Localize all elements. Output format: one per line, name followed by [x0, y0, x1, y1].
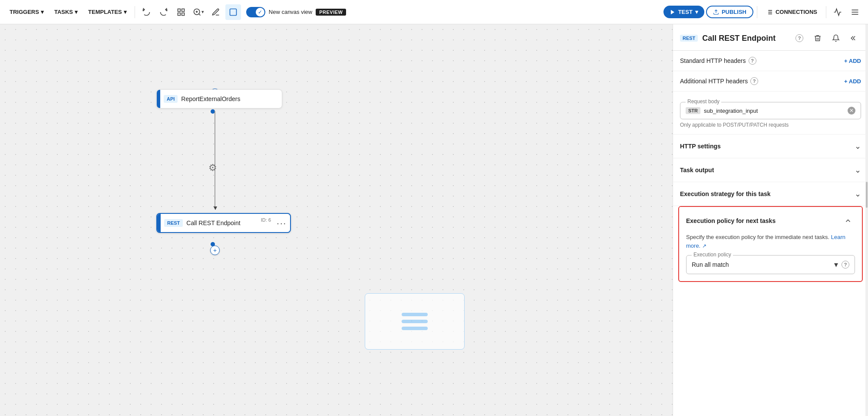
publish-button[interactable]: PUBLISH	[706, 6, 753, 18]
panel-rest-badge: REST	[680, 35, 698, 42]
standard-http-section: Standard HTTP headers ? + ADD	[673, 51, 868, 71]
tasks-label: TASKS	[54, 9, 73, 15]
toggle-switch[interactable]: ✓	[246, 7, 265, 17]
toggle-check-icon: ✓	[258, 9, 262, 15]
remove-body-button[interactable]: ✕	[848, 107, 855, 115]
rest-node-menu[interactable]: ···	[277, 218, 287, 228]
request-body-section: Request body STR sub_integration_input ✕…	[673, 92, 868, 134]
canvas-label: New canvas view	[269, 9, 312, 15]
exec-policy-dropdown[interactable]: Execution policy Run all match ▾ ?	[686, 255, 855, 274]
triggers-label: TRIGGERS	[10, 9, 39, 15]
mini-node	[365, 293, 465, 350]
connections-label: CONNECTIONS	[776, 9, 817, 15]
api-node-name: ReportExternalOrders	[181, 95, 282, 102]
bell-button[interactable]	[829, 31, 843, 45]
dropdown-arrow-icon[interactable]: ▾	[834, 260, 838, 269]
http-settings-label: HTTP settings	[680, 143, 721, 150]
exec-policy-dropdown-label: Execution policy	[692, 252, 733, 258]
nav-divider-1	[135, 6, 135, 18]
svg-rect-2	[178, 13, 180, 15]
nav-divider-2	[757, 6, 757, 18]
svg-rect-1	[182, 9, 184, 11]
exec-strategy-row[interactable]: Execution strategy for this task ⌄	[673, 182, 868, 206]
collapse-panel-button[interactable]	[847, 31, 861, 45]
dropdown-icons: ▾ ?	[834, 260, 849, 269]
scroll-thumb[interactable]	[866, 182, 868, 208]
str-badge: STR	[686, 107, 700, 114]
api-badge: API	[164, 95, 178, 103]
standard-http-row: Standard HTTP headers ? + ADD	[680, 57, 861, 65]
body-note: Only applicable to POST/PUT/PATCH reques…	[680, 122, 861, 128]
help-icon[interactable]: ?	[795, 34, 803, 42]
rest-node[interactable]: REST Call REST Endpoint ID: 6 ···	[156, 213, 291, 233]
connections-button[interactable]: CONNECTIONS	[761, 6, 822, 19]
task-output-row[interactable]: Task output ⌄	[673, 158, 868, 182]
additional-http-label: Additional HTTP headers ?	[680, 77, 758, 85]
menu-button[interactable]	[847, 4, 863, 20]
right-panel: REST Call REST Endpoint ? Standard HTTP …	[673, 24, 868, 416]
analytics-button[interactable]	[830, 4, 845, 20]
layout-button[interactable]	[173, 4, 189, 20]
svg-rect-8	[230, 9, 236, 15]
exec-policy-next-label: Execution policy for next tasks	[686, 217, 776, 224]
additional-http-section: Additional HTTP headers ? + ADD	[673, 71, 868, 92]
rest-node-name: Call REST Endpoint	[186, 219, 290, 226]
rest-node-bar	[157, 214, 161, 232]
test-label: TEST	[678, 9, 693, 15]
standard-http-help-icon[interactable]: ?	[749, 57, 756, 65]
zoom-button[interactable]: ▾	[191, 4, 206, 20]
external-link-icon: ↗	[702, 243, 706, 249]
request-body-content: STR sub_integration_input ✕	[686, 107, 855, 115]
tasks-menu[interactable]: TASKS ▾	[50, 6, 82, 18]
arrow-down-icon: ▼	[212, 204, 218, 211]
svg-line-5	[199, 13, 201, 15]
toggle-knob: ✓	[256, 8, 264, 16]
undo-button[interactable]	[139, 4, 154, 20]
templates-chevron-icon: ▾	[124, 9, 127, 15]
rest-badge: REST	[164, 219, 183, 227]
api-node[interactable]: API ReportExternalOrders	[156, 89, 282, 108]
triggers-menu[interactable]: TRIGGERS ▾	[5, 6, 48, 18]
exec-policy-value: Run all match	[692, 261, 729, 268]
svg-marker-9	[671, 10, 674, 14]
exec-policy-section: Execution policy for next tasks Specify …	[678, 206, 863, 282]
task-output-chevron-icon: ⌄	[855, 165, 861, 175]
standard-http-label: Standard HTTP headers ?	[680, 57, 756, 65]
exec-policy-collapse-button[interactable]	[841, 214, 855, 228]
panel-title: Call REST Endpoint	[702, 34, 788, 43]
preview-badge: PREVIEW	[316, 9, 346, 16]
canvas-area[interactable]: + API ReportExternalOrders ⚙ ▼ REST Call…	[0, 24, 673, 416]
test-button[interactable]: TEST ▾	[663, 6, 704, 18]
request-body-label: Request body	[686, 98, 721, 105]
http-settings-chevron-icon: ⌄	[855, 141, 861, 151]
additional-http-help-icon[interactable]: ?	[750, 77, 758, 85]
templates-menu[interactable]: TEMPLATES ▾	[84, 6, 131, 18]
delete-button[interactable]	[811, 31, 825, 45]
panel-header: REST Call REST Endpoint ?	[673, 24, 868, 51]
exec-strategy-chevron-icon: ⌄	[855, 189, 861, 199]
templates-label: TEMPLATES	[88, 9, 122, 15]
exec-strategy-label: Execution strategy for this task	[680, 190, 771, 197]
standard-http-add-button[interactable]: + ADD	[844, 58, 861, 64]
top-navigation: TRIGGERS ▾ TASKS ▾ TEMPLATES ▾ ▾ ✓ New c…	[0, 0, 868, 24]
request-body-box: Request body STR sub_integration_input ✕	[680, 102, 861, 119]
exec-policy-dropdown-content: Run all match ▾ ?	[692, 260, 849, 269]
rest-node-id: ID: 6	[261, 217, 271, 223]
svg-rect-3	[182, 13, 184, 15]
api-node-bar	[157, 90, 160, 108]
gear-icon[interactable]: ⚙	[208, 162, 221, 174]
canvas-toggle[interactable]: ✓ New canvas view PREVIEW	[246, 7, 347, 17]
main-layout: + API ReportExternalOrders ⚙ ▼ REST Call…	[0, 24, 868, 416]
nav-divider-3	[826, 6, 826, 18]
additional-http-row: Additional HTTP headers ? + ADD	[680, 77, 861, 85]
exec-policy-body: Specify the execution policy for the imm…	[679, 233, 862, 281]
http-settings-row[interactable]: HTTP settings ⌄	[673, 134, 868, 158]
redo-button[interactable]	[156, 4, 172, 20]
edit-button[interactable]	[208, 4, 224, 20]
exec-policy-help-icon[interactable]: ?	[842, 261, 849, 269]
rest-node-add-bottom[interactable]: +	[210, 246, 220, 255]
canvas-view-button[interactable]	[225, 4, 241, 20]
additional-http-add-button[interactable]: + ADD	[844, 78, 861, 85]
help-button[interactable]: ?	[792, 31, 806, 45]
task-output-label: Task output	[680, 167, 714, 174]
